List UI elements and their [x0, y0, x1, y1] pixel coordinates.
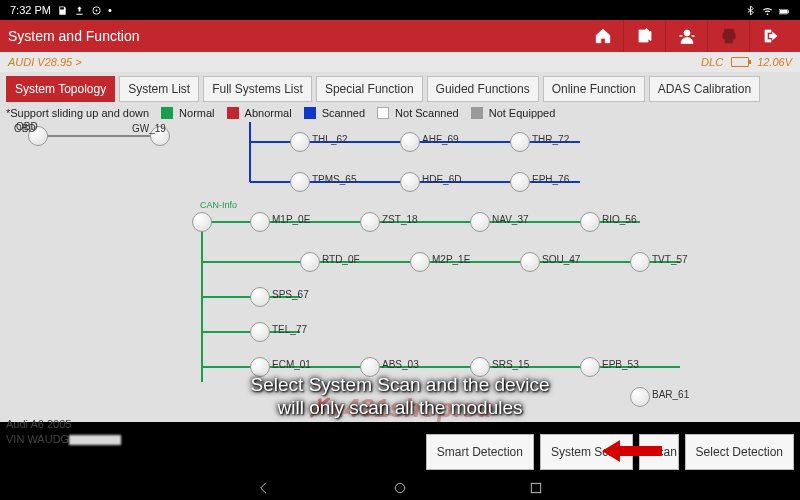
tab-full-systems-list[interactable]: Full Systems List [203, 76, 312, 102]
save-icon [57, 5, 68, 16]
svg-point-17 [395, 483, 404, 492]
node-ecm01[interactable] [250, 357, 270, 377]
topology-canvas[interactable]: CAN-Info OBD OBD OBD GW_19 THL_62 AHF_69… [0, 122, 800, 422]
svg-rect-3 [780, 10, 787, 14]
voltage-label: 12.06V [757, 56, 792, 68]
tab-adas-calibration[interactable]: ADAS Calibration [649, 76, 760, 102]
node-ahf69[interactable] [400, 132, 420, 152]
android-nav-bar [0, 476, 800, 500]
android-status-bar: 7:32 PM • [0, 0, 800, 20]
legend-bar: *Support sliding up and down Normal Abno… [0, 104, 800, 122]
status-dots: • [108, 4, 112, 16]
upload-icon [74, 5, 85, 16]
nav-recent-button[interactable] [528, 480, 544, 496]
action-bar: Smart Detection System Scan Scan Select … [426, 434, 794, 470]
swatch-notscanned [377, 107, 389, 119]
topology-wires [0, 122, 800, 422]
tab-online-function[interactable]: Online Function [543, 76, 645, 102]
status-time: 7:32 PM [10, 4, 51, 16]
exit-button[interactable] [750, 20, 792, 52]
node-zst18[interactable] [360, 212, 380, 232]
node-rio56[interactable] [580, 212, 600, 232]
system-scan-button[interactable]: System Scan [540, 434, 633, 470]
swatch-notequipped [471, 107, 483, 119]
support-button[interactable] [666, 20, 708, 52]
node-hde6d[interactable] [400, 172, 420, 192]
smart-detection-button[interactable]: Smart Detection [426, 434, 534, 470]
swatch-normal [161, 107, 173, 119]
legend-note: *Support sliding up and down [6, 107, 149, 119]
tab-bar: System Topology System List Full Systems… [0, 72, 800, 104]
tab-system-list[interactable]: System List [119, 76, 199, 102]
bluetooth-icon [745, 5, 756, 16]
target-icon [91, 5, 102, 16]
node-thr72[interactable] [510, 132, 530, 152]
node-bar61[interactable] [630, 387, 650, 407]
node-m1p0e[interactable] [250, 212, 270, 232]
node-can-root[interactable] [192, 212, 212, 232]
nav-home-button[interactable] [392, 480, 408, 496]
node-epb53[interactable] [580, 357, 600, 377]
tab-system-topology[interactable]: System Topology [6, 76, 115, 102]
app-header: System and Function [0, 20, 800, 52]
vehicle-vin-prefix: VIN WAUDG [6, 433, 69, 445]
print-button[interactable] [708, 20, 750, 52]
node-srs15[interactable] [470, 357, 490, 377]
node-abs03[interactable] [360, 357, 380, 377]
scan-button-partial[interactable]: Scan [639, 434, 679, 470]
select-detection-button[interactable]: Select Detection [685, 434, 794, 470]
tab-guided-functions[interactable]: Guided Functions [427, 76, 539, 102]
bus-label: CAN-Info [200, 200, 237, 210]
node-tel77[interactable] [250, 322, 270, 342]
label-gw: GW_19 [132, 123, 166, 134]
battery-small-icon [731, 57, 749, 67]
node-thl62[interactable] [290, 132, 310, 152]
tab-special-function[interactable]: Special Function [316, 76, 423, 102]
svg-rect-4 [788, 10, 789, 13]
swatch-abnormal [227, 107, 239, 119]
vehicle-info: Audi A6 2005 VIN WAUDG [6, 417, 121, 446]
node-sps67[interactable] [250, 287, 270, 307]
edit-button[interactable] [624, 20, 666, 52]
vehicle-model: Audi A6 2005 [6, 417, 121, 431]
svg-point-5 [684, 30, 690, 36]
swatch-scanned [304, 107, 316, 119]
node-m2p1e[interactable] [410, 252, 430, 272]
wifi-icon [762, 5, 773, 16]
sub-header: AUDI V28.95 > DLC 12.06V [0, 52, 800, 72]
svg-point-1 [96, 9, 98, 11]
node-eph76[interactable] [510, 172, 530, 192]
node-sou47[interactable] [520, 252, 540, 272]
label-obd: OBD [14, 123, 36, 134]
page-title: System and Function [8, 28, 140, 44]
nav-back-button[interactable] [256, 480, 272, 496]
home-button[interactable] [582, 20, 624, 52]
breadcrumb: AUDI V28.95 > [8, 56, 82, 68]
node-nav37[interactable] [470, 212, 490, 232]
dlc-label: DLC [701, 56, 723, 68]
node-tvt57[interactable] [630, 252, 650, 272]
svg-rect-18 [531, 483, 540, 492]
vin-masked [69, 435, 121, 445]
battery-icon [779, 5, 790, 16]
node-tpms65[interactable] [290, 172, 310, 192]
node-rtd0f[interactable] [300, 252, 320, 272]
